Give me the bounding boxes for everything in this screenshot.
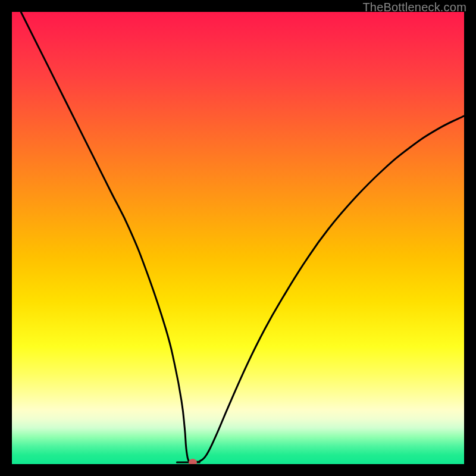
bottleneck-curve [21, 12, 464, 463]
plot-area [12, 12, 464, 464]
chart-container: TheBottleneck.com [0, 0, 476, 476]
optimal-marker [189, 459, 197, 464]
curve-svg [12, 12, 464, 464]
